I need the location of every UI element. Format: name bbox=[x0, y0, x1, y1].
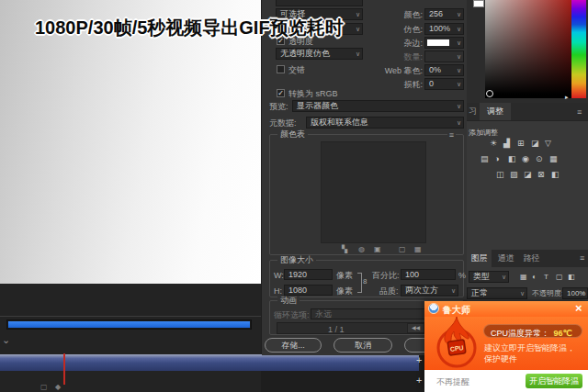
hue-marker-icon[interactable]: ▸ bbox=[565, 93, 569, 101]
tab-layers[interactable]: 图层 bbox=[467, 250, 492, 267]
interlaced-checkbox[interactable] bbox=[277, 65, 285, 73]
layer-kind-select[interactable]: 类型 ∨ bbox=[469, 271, 509, 283]
panel-menu-icon[interactable]: ≡ bbox=[447, 131, 456, 140]
panel-menu-icon[interactable]: ≡ bbox=[577, 108, 582, 117]
matte-swatch bbox=[427, 39, 449, 46]
alert-pill: CPU温度异常： 96℃ bbox=[483, 324, 582, 338]
dismiss-link[interactable]: 不再提醒 bbox=[436, 376, 469, 388]
percent-input[interactable]: 100 bbox=[401, 269, 456, 280]
colors-select[interactable]: 256 ∨ bbox=[424, 8, 464, 20]
transparency-dither-select[interactable]: 无透明度仿色 ∨ bbox=[276, 48, 363, 60]
width-input[interactable]: 1920 bbox=[284, 269, 333, 280]
link-dimensions-bracket bbox=[357, 273, 362, 293]
height-input[interactable]: 1080 bbox=[284, 285, 333, 296]
color-picker-panel: ▸ bbox=[467, 0, 588, 103]
filter-type-icon[interactable]: T bbox=[544, 273, 548, 281]
add-clip-icon[interactable]: + bbox=[416, 376, 422, 385]
popup-app-name: 鲁大师 bbox=[443, 304, 470, 317]
panel-divider bbox=[0, 316, 261, 317]
threshold-icon[interactable]: ◪ bbox=[524, 171, 532, 179]
layers-tabbar: 图层 通道 路径 ≡ bbox=[467, 250, 588, 267]
tab-paths[interactable]: 路径 bbox=[519, 250, 544, 267]
matte-label: 杂边: bbox=[368, 39, 423, 48]
selective-color-icon[interactable]: ◧ bbox=[551, 171, 560, 179]
websnap-select[interactable]: 0% ∨ bbox=[424, 64, 464, 76]
tab-channels[interactable]: 通道 bbox=[493, 250, 518, 267]
blend-mode-select[interactable]: 正常 ∨ bbox=[467, 287, 527, 299]
chevron-down-icon: ∨ bbox=[457, 103, 461, 110]
tab-adjustments[interactable]: 调整 bbox=[480, 103, 511, 120]
invert-icon[interactable]: ◫ bbox=[496, 171, 504, 179]
progress-bar-track bbox=[6, 319, 252, 330]
filter-smartobject-icon[interactable]: ◧ bbox=[568, 273, 575, 281]
metadata-select[interactable]: 版权和联系信息 ∨ bbox=[306, 117, 464, 129]
color-swatch[interactable] bbox=[473, 0, 484, 7]
avatar bbox=[428, 303, 439, 314]
brightness-contrast-icon[interactable]: ☀ bbox=[490, 140, 497, 148]
close-icon[interactable]: × bbox=[575, 301, 582, 315]
new-color-icon[interactable]: ▢ bbox=[399, 245, 406, 253]
preview-select[interactable]: 显示器颜色 ∨ bbox=[292, 100, 464, 112]
delete-color-icon[interactable]: ▦ bbox=[414, 245, 422, 253]
percent-unit: % bbox=[458, 271, 466, 280]
chevron-down-icon: ∨ bbox=[457, 26, 461, 33]
hue-strip[interactable] bbox=[571, 0, 586, 98]
picker-cursor[interactable] bbox=[486, 90, 493, 97]
timeline-frame-icon[interactable]: ▢ bbox=[40, 383, 48, 391]
enable-cooling-button[interactable]: 开启智能降温 bbox=[526, 374, 582, 388]
quality-select[interactable]: 两次立方 ∨ bbox=[401, 285, 458, 297]
levels-icon[interactable]: ▟ bbox=[503, 140, 510, 148]
lossy-select[interactable]: 0 ∨ bbox=[424, 78, 464, 90]
dither-amount-select[interactable]: 100% ∨ bbox=[424, 23, 464, 35]
first-frame-button[interactable]: ◀◀ bbox=[407, 323, 424, 333]
opacity-select[interactable]: 100% ∨ bbox=[562, 287, 588, 299]
frame-counter: 1 / 1 bbox=[328, 325, 345, 334]
metadata-value: 版权和联系信息 bbox=[311, 118, 368, 127]
web-shift-icon[interactable]: ◍ bbox=[358, 245, 365, 253]
hue-saturation-icon[interactable]: ▤ bbox=[481, 155, 489, 163]
channel-mixer-icon[interactable]: ⊙ bbox=[536, 155, 543, 163]
height-value: 1080 bbox=[288, 286, 307, 295]
lock-color-icon[interactable]: ▣ bbox=[374, 245, 381, 253]
saturation-field[interactable] bbox=[485, 0, 573, 98]
popup-header[interactable]: 鲁大师 × bbox=[424, 301, 588, 317]
websnap-value: 0% bbox=[429, 65, 441, 74]
color-table-group: 颜色表 ≡ ▚ ◍ ▣ ▢ ▦ bbox=[269, 134, 464, 255]
filter-shape-icon[interactable]: ▢ bbox=[556, 273, 563, 281]
color-lookup-icon[interactable]: ▦ bbox=[549, 155, 558, 163]
width-unit: 像素 bbox=[336, 271, 353, 280]
exposure-icon[interactable]: ◪ bbox=[531, 140, 539, 148]
dither-amount-label: 仿色: bbox=[368, 25, 423, 34]
add-track-icon[interactable]: + bbox=[416, 356, 422, 364]
chevron-down-icon: ∨ bbox=[356, 26, 360, 33]
timeline-brush-icon[interactable]: ◆ bbox=[55, 383, 61, 391]
preset-field-partial[interactable] bbox=[276, 0, 363, 6]
tab-learn-partial[interactable]: 习 bbox=[467, 103, 479, 120]
srgb-checkbox[interactable]: ✓ bbox=[277, 89, 285, 97]
canvas-preview bbox=[0, 0, 261, 284]
color-table-grid[interactable] bbox=[321, 141, 426, 243]
map-transparent-icon[interactable]: ▚ bbox=[342, 245, 347, 253]
curves-icon[interactable]: ⊞ bbox=[517, 140, 525, 148]
playhead[interactable] bbox=[63, 353, 65, 385]
photo-filter-icon[interactable]: ◉ bbox=[522, 155, 529, 163]
panel-menu-icon[interactable]: ≡ bbox=[580, 254, 584, 263]
percent-label: 百分比: bbox=[372, 271, 400, 280]
color-balance-icon[interactable]: ◑ bbox=[494, 155, 499, 163]
cancel-button[interactable]: 取消 bbox=[334, 338, 392, 353]
filter-adjustment-icon[interactable]: ◐ bbox=[532, 273, 537, 281]
black-white-icon[interactable]: ◧ bbox=[508, 155, 516, 163]
lossy-label: 损耗: bbox=[368, 80, 423, 89]
chevron-down-icon: ∨ bbox=[451, 287, 456, 295]
save-button[interactable]: 存储... bbox=[265, 338, 322, 353]
screen: ⌄ ▢ ◆ + + 可选择 ∨ 扩散 ∨ ✓ 透明度 无透明度仿色 ∨ 交错 颜… bbox=[0, 0, 588, 392]
link-dimensions-icon: 8 bbox=[363, 277, 367, 286]
matte-select[interactable]: ∨ bbox=[424, 37, 464, 49]
posterize-icon[interactable]: ▨ bbox=[510, 171, 518, 179]
percent-value: 100 bbox=[405, 270, 419, 279]
gradient-map-icon[interactable]: ⊠ bbox=[537, 171, 545, 179]
vibrance-icon[interactable]: ▽ bbox=[545, 140, 551, 148]
width-value: 1920 bbox=[288, 270, 307, 279]
chevron-down-icon[interactable]: ⌄ bbox=[2, 335, 10, 345]
filter-pixel-icon[interactable]: ▦ bbox=[520, 273, 527, 281]
